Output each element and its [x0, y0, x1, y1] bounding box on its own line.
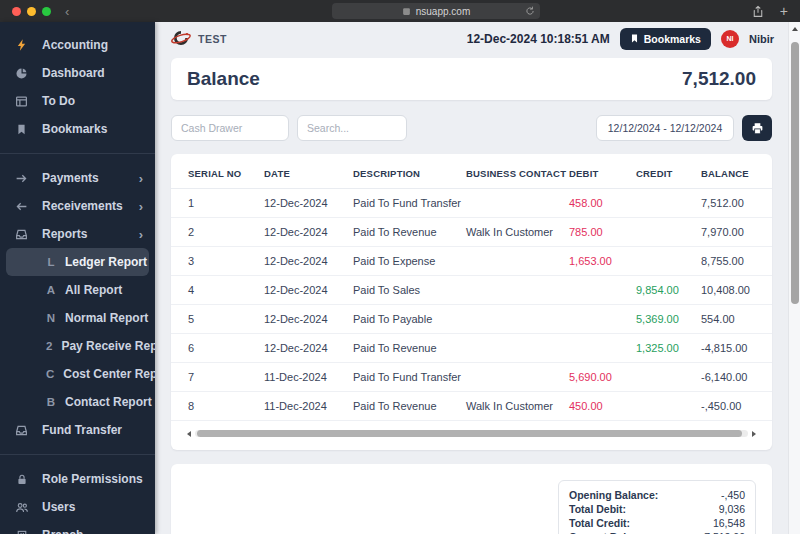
sidebar-item-label: All Report	[65, 283, 122, 297]
cell-credit: 1,325.00	[619, 334, 684, 363]
sidebar-item-ledger-report[interactable]: L Ledger Report	[6, 248, 149, 276]
sidebar-item-normal-report[interactable]: N Normal Report	[0, 304, 155, 332]
sidebar-item-accounting[interactable]: Accounting	[0, 31, 155, 59]
sidebar-item-label: Role Permissions	[42, 472, 143, 486]
cell-serial: 7	[171, 363, 247, 392]
brand-name: TEST	[198, 33, 227, 45]
bookmarks-button-label: Bookmarks	[644, 33, 701, 45]
new-tab-button[interactable]: +	[780, 4, 788, 18]
table-row[interactable]: 1 12-Dec-2024 Paid To Fund Transfer 458.…	[171, 189, 772, 218]
cell-date: 11-Dec-2024	[247, 392, 336, 421]
table-row[interactable]: 2 12-Dec-2024 Paid To Revenue Walk In Cu…	[171, 218, 772, 247]
scroll-left-icon[interactable]	[187, 431, 191, 437]
cell-serial: 3	[171, 247, 247, 276]
table-row[interactable]: 5 12-Dec-2024 Paid To Payable 5,369.00 5…	[171, 305, 772, 334]
chevron-right-icon: ›	[139, 227, 143, 242]
scroll-right-icon[interactable]	[752, 431, 756, 437]
summary-total-credit: Total Credit: 16,548	[569, 516, 745, 530]
sidebar-item-branch[interactable]: Branch	[0, 521, 155, 534]
sidebar-item-cost-center-report[interactable]: C Cost Center Report	[0, 360, 155, 388]
window-controls	[12, 7, 51, 16]
sidebar-item-payments[interactable]: Payments ›	[0, 164, 155, 192]
cell-balance: 8,755.00	[684, 247, 772, 276]
sidebar-item-label: Reports	[42, 227, 87, 241]
date-range-input[interactable]	[596, 115, 734, 141]
cell-contact	[449, 363, 552, 392]
summary-label: Total Debit:	[569, 502, 626, 516]
minimize-button[interactable]	[27, 7, 36, 16]
sidebar: Accounting Dashboard To Do Bookmarks	[0, 22, 155, 534]
cell-serial: 5	[171, 305, 247, 334]
brand[interactable]: TEST	[170, 30, 227, 47]
cash-drawer-select[interactable]	[171, 115, 289, 141]
sidebar-item-label: Dashboard	[42, 66, 105, 80]
sidebar-item-reports[interactable]: Reports ›	[0, 220, 155, 248]
sidebar-item-bookmarks[interactable]: Bookmarks	[0, 115, 155, 143]
sidebar-item-label: Fund Transfer	[42, 423, 122, 437]
cell-balance: 554.00	[684, 305, 772, 334]
url-bar[interactable]: nsuapp.com	[332, 3, 540, 19]
summary-value: -,450	[721, 488, 745, 502]
avatar[interactable]: NI	[721, 30, 739, 48]
table-row[interactable]: 8 11-Dec-2024 Paid To Revenue Walk In Cu…	[171, 392, 772, 421]
sidebar-item-dashboard[interactable]: Dashboard	[0, 59, 155, 87]
summary-value: 7,512.00	[704, 530, 745, 534]
sidebar-item-label: Branch	[42, 528, 83, 534]
scrollbar-thumb[interactable]	[791, 42, 799, 304]
bookmarks-button[interactable]: Bookmarks	[620, 28, 711, 50]
summary-label: Current Balance:	[569, 530, 654, 534]
sidebar-item-label: Bookmarks	[42, 122, 107, 136]
cell-debit	[552, 334, 619, 363]
scroll-up-icon[interactable]	[792, 27, 798, 31]
sidebar-item-users[interactable]: Users	[0, 493, 155, 521]
search-input[interactable]	[297, 115, 407, 141]
share-icon[interactable]	[752, 5, 764, 18]
sidebar-item-role-permissions[interactable]: Role Permissions ›	[0, 465, 155, 493]
cell-debit	[552, 276, 619, 305]
vertical-scrollbar[interactable]	[788, 22, 800, 534]
table-row[interactable]: 6 12-Dec-2024 Paid To Revenue 1,325.00 -…	[171, 334, 772, 363]
col-balance: BALANCE	[684, 158, 772, 189]
summary-current-balance: Current Balance: 7,512.00	[569, 530, 745, 534]
item-letter-icon: B	[46, 396, 56, 408]
sidebar-item-pay-receive-report[interactable]: 2 Pay Receive Report	[0, 332, 155, 360]
balance-amount: 7,512.00	[682, 68, 756, 90]
username: Nibir	[749, 33, 774, 45]
sidebar-item-label: Users	[42, 500, 75, 514]
sidebar-item-contact-report[interactable]: B Contact Report	[0, 388, 155, 416]
col-description: DESCRIPTION	[336, 158, 449, 189]
cell-credit	[619, 218, 684, 247]
table-row[interactable]: 3 12-Dec-2024 Paid To Expense 1,653.00 8…	[171, 247, 772, 276]
cell-description: Paid To Revenue	[336, 334, 449, 363]
zoom-button[interactable]	[42, 7, 51, 16]
back-button[interactable]: ‹	[65, 5, 69, 18]
sidebar-item-fund-transfer[interactable]: Fund Transfer	[0, 416, 155, 444]
main-area: TEST 12-Dec-2024 10:18:51 AM Bookmarks N…	[155, 22, 800, 534]
summary-card: Opening Balance: -,450 Total Debit: 9,03…	[171, 464, 772, 534]
scrollbar-track[interactable]	[195, 430, 748, 437]
building-icon	[14, 529, 29, 534]
refresh-icon[interactable]	[525, 6, 535, 16]
table-row[interactable]: 7 11-Dec-2024 Paid To Fund Transfer 5,69…	[171, 363, 772, 392]
cell-debit: 458.00	[552, 189, 619, 218]
sidebar-item-receivements[interactable]: Receivements ›	[0, 192, 155, 220]
sidebar-item-label: Pay Receive Report	[61, 339, 155, 353]
col-date: DATE	[247, 158, 336, 189]
item-letter-icon: C	[46, 368, 54, 380]
cell-serial: 2	[171, 218, 247, 247]
sidebar-item-all-report[interactable]: A All Report	[0, 276, 155, 304]
arrow-left-icon	[14, 200, 29, 213]
cell-balance: -4,815.00	[684, 334, 772, 363]
summary-value: 16,548	[713, 516, 745, 530]
summary-box: Opening Balance: -,450 Total Debit: 9,03…	[558, 480, 756, 534]
close-button[interactable]	[12, 7, 21, 16]
lock-icon	[14, 473, 29, 486]
scrollbar-thumb[interactable]	[197, 430, 742, 437]
cell-debit: 5,690.00	[552, 363, 619, 392]
chevron-right-icon: ›	[139, 171, 143, 186]
table-row[interactable]: 4 12-Dec-2024 Paid To Sales 9,854.00 10,…	[171, 276, 772, 305]
sidebar-item-todo[interactable]: To Do	[0, 87, 155, 115]
ledger-table: SERIAL NO DATE DESCRIPTION BUSINESS CONT…	[171, 158, 772, 421]
horizontal-scrollbar[interactable]	[187, 429, 756, 438]
print-button[interactable]	[742, 115, 772, 141]
